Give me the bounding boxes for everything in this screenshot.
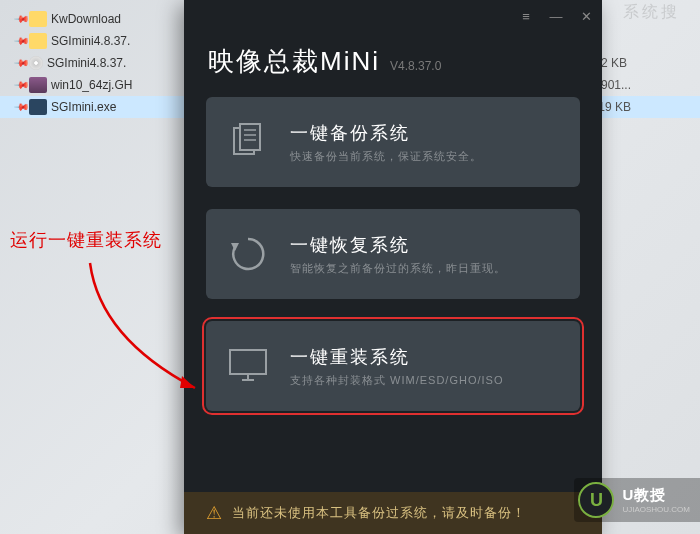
restore-system-card[interactable]: 一键恢复系统 智能恢复之前备份过的系统，昨日重现。 [206,209,580,299]
titlebar: ≡ — ✕ [184,0,602,32]
svg-rect-1 [240,124,260,150]
refresh-icon [226,232,270,276]
card-title: 一键恢复系统 [290,233,560,257]
card-desc: 快速备份当前系统，保证系统安全。 [290,149,560,164]
app-version: V4.8.37.0 [390,59,441,73]
svg-rect-6 [230,350,266,374]
svg-marker-5 [231,243,239,251]
notice-bar: ⚠ 当前还未使用本工具备份过系统，请及时备份！ [184,492,602,534]
watermark-logo-icon: U [578,482,614,518]
close-icon[interactable]: ✕ [578,9,594,24]
folder-icon [29,33,47,49]
reinstall-system-card[interactable]: 一键重装系统 支持各种封装格式 WIM/ESD/GHO/ISO [206,321,580,411]
folder-icon [29,11,47,27]
disc-icon [29,56,43,70]
notice-text: 当前还未使用本工具备份过系统，请及时备份！ [232,504,526,522]
watermark-brand: U教授 [622,486,690,505]
exe-icon [29,99,47,115]
app-title: 映像总裁MiNi V4.8.37.0 [184,32,602,97]
app-title-text: 映像总裁MiNi [208,44,380,79]
warning-icon: ⚠ [206,502,222,524]
backup-system-card[interactable]: 一键备份系统 快速备份当前系统，保证系统安全。 [206,97,580,187]
minimize-icon[interactable]: — [548,9,564,24]
card-desc: 智能恢复之前备份过的系统，昨日重现。 [290,261,560,276]
pin-icon: 📌 [13,54,31,72]
watermark: U U教授 UJIAOSHOU.COM [574,478,700,522]
annotation-label: 运行一键重装系统 [10,228,162,252]
card-title: 一键重装系统 [290,345,560,369]
card-title: 一键备份系统 [290,121,560,145]
watermark-url: UJIAOSHOU.COM [622,505,690,514]
copy-icon [226,120,270,164]
card-desc: 支持各种封装格式 WIM/ESD/GHO/ISO [290,373,560,388]
menu-icon[interactable]: ≡ [518,9,534,24]
archive-icon [29,77,47,93]
app-window: ≡ — ✕ 映像总裁MiNi V4.8.37.0 一键备份系统 快速备份当前系统… [184,0,602,534]
monitor-icon [226,344,270,388]
